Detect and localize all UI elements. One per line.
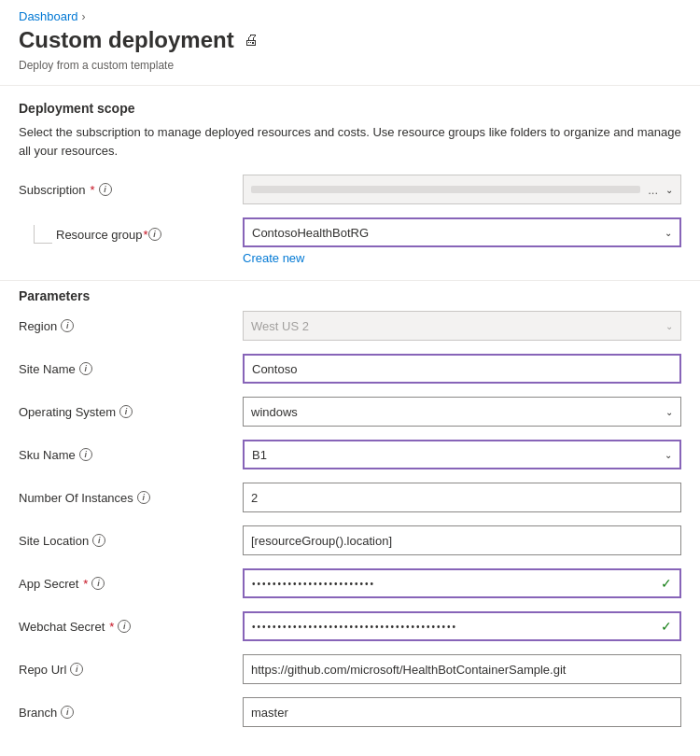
sku-label: Sku Name i: [19, 448, 243, 462]
instances-info-icon[interactable]: i: [137, 491, 150, 504]
subscription-chevron-icon[interactable]: ⌄: [665, 185, 673, 195]
branch-label: Branch i: [19, 706, 243, 720]
resource-group-right: ContosoHealthBotRG ⌄ Create new: [243, 217, 681, 265]
site-location-row: Site Location i: [19, 525, 681, 555]
create-new-link[interactable]: Create new: [243, 251, 681, 265]
site-name-info-icon[interactable]: i: [79, 362, 92, 375]
region-row: Region i West US 2 ⌄: [19, 311, 681, 341]
site-location-input[interactable]: [243, 525, 681, 555]
instances-row: Number Of Instances i: [19, 483, 681, 512]
region-dropdown: West US 2 ⌄: [243, 311, 681, 341]
repo-url-control: [243, 654, 681, 684]
region-label: Region i: [19, 319, 243, 333]
parameters-section: Parameters Region i West US 2 ⌄ Site Nam…: [0, 281, 700, 755]
page-subtitle: Deploy from a custom template: [0, 59, 700, 85]
webchat-secret-check-icon: ✓: [661, 619, 672, 634]
webchat-secret-row: Webchat Secret * i •••••••••••••••••••••…: [19, 611, 681, 641]
app-secret-check-icon: ✓: [661, 576, 672, 591]
subscription-row: Subscription * i ... ⌄: [19, 175, 681, 204]
subscription-control: ... ⌄: [243, 175, 681, 204]
region-info-icon[interactable]: i: [61, 319, 74, 332]
instances-label: Number Of Instances i: [19, 491, 243, 505]
subscription-info-icon[interactable]: i: [99, 183, 112, 196]
webchat-secret-input[interactable]: ••••••••••••••••••••••••••••••••••••••••…: [243, 611, 681, 641]
branch-input[interactable]: [243, 697, 681, 727]
sku-dropdown[interactable]: B1 ⌄: [243, 440, 681, 469]
sku-row: Sku Name i B1 ⌄: [19, 440, 681, 469]
os-row: Operating System i windows ⌄: [19, 397, 681, 427]
repo-url-info-icon[interactable]: i: [70, 663, 83, 676]
subscription-dots: [251, 186, 640, 193]
site-location-control: [243, 525, 681, 555]
resource-group-chevron-icon: ⌄: [665, 228, 672, 238]
branch-control: [243, 697, 681, 727]
app-secret-dots: ••••••••••••••••••••••••: [252, 579, 375, 589]
branch-info-icon[interactable]: i: [61, 706, 74, 719]
sku-control: B1 ⌄: [243, 440, 681, 469]
resource-group-required: *: [144, 228, 148, 242]
region-control: West US 2 ⌄: [243, 311, 681, 341]
app-secret-input[interactable]: •••••••••••••••••••••••• ✓: [243, 568, 681, 598]
site-location-info-icon[interactable]: i: [92, 534, 105, 547]
site-name-label: Site Name i: [19, 362, 243, 376]
site-location-label: Site Location i: [19, 534, 243, 548]
subscription-required: *: [91, 183, 95, 197]
sku-info-icon[interactable]: i: [79, 448, 92, 461]
os-label: Operating System i: [19, 405, 243, 419]
os-control: windows ⌄: [243, 397, 681, 427]
webchat-secret-required: *: [109, 620, 114, 634]
os-dropdown[interactable]: windows ⌄: [243, 397, 681, 427]
webchat-secret-control: ••••••••••••••••••••••••••••••••••••••••…: [243, 611, 681, 641]
breadcrumb-dashboard-link[interactable]: Dashboard: [19, 9, 78, 23]
branch-row: Branch i: [19, 697, 681, 727]
sku-chevron-icon: ⌄: [665, 450, 672, 460]
webchat-secret-label: Webchat Secret * i: [19, 620, 243, 634]
page-title: Custom deployment: [19, 27, 234, 53]
site-name-row: Site Name i: [19, 354, 681, 384]
os-value: windows: [251, 405, 298, 419]
subscription-ellipsis: ...: [648, 183, 658, 197]
resource-group-value: ContosoHealthBotRG: [252, 226, 369, 240]
resource-group-row: Resource group * i ContosoHealthBotRG ⌄ …: [19, 217, 681, 265]
app-secret-label: App Secret * i: [19, 577, 243, 591]
app-secret-required: *: [83, 577, 88, 591]
subscription-input[interactable]: ... ⌄: [243, 175, 681, 204]
app-secret-row: App Secret * i •••••••••••••••••••••••• …: [19, 568, 681, 598]
subscription-label: Subscription * i: [19, 183, 243, 197]
region-chevron-icon: ⌄: [665, 321, 673, 331]
deployment-scope-section: Deployment scope Select the subscription…: [0, 86, 700, 280]
resource-group-dropdown[interactable]: ContosoHealthBotRG ⌄: [243, 217, 681, 247]
instances-control: [243, 483, 681, 512]
breadcrumb-separator: ›: [82, 10, 86, 23]
webchat-secret-info-icon[interactable]: i: [118, 620, 131, 633]
os-info-icon[interactable]: i: [119, 405, 133, 418]
deployment-scope-title: Deployment scope: [19, 101, 681, 116]
print-icon[interactable]: 🖨: [244, 32, 259, 49]
resource-group-info-icon[interactable]: i: [148, 228, 161, 241]
site-name-control: [243, 354, 681, 384]
sku-value: B1: [252, 448, 267, 462]
deployment-scope-description: Select the subscription to manage deploy…: [19, 123, 681, 160]
site-name-input[interactable]: [243, 354, 681, 384]
repo-url-row: Repo Url i: [19, 654, 681, 684]
repo-url-input[interactable]: [243, 654, 681, 684]
tree-indent: [34, 225, 52, 244]
page-header: Custom deployment 🖨: [0, 27, 700, 59]
resource-group-label-area: Resource group * i: [19, 217, 243, 244]
os-chevron-icon: ⌄: [665, 407, 673, 417]
instances-input[interactable]: [243, 483, 681, 512]
webchat-secret-dots: ••••••••••••••••••••••••••••••••••••••••: [252, 622, 457, 632]
parameters-title: Parameters: [19, 288, 681, 303]
app-secret-control: •••••••••••••••••••••••• ✓: [243, 568, 681, 598]
repo-url-label: Repo Url i: [19, 663, 243, 677]
app-secret-info-icon[interactable]: i: [91, 577, 105, 590]
region-value: West US 2: [251, 319, 309, 333]
breadcrumb: Dashboard ›: [0, 0, 700, 27]
